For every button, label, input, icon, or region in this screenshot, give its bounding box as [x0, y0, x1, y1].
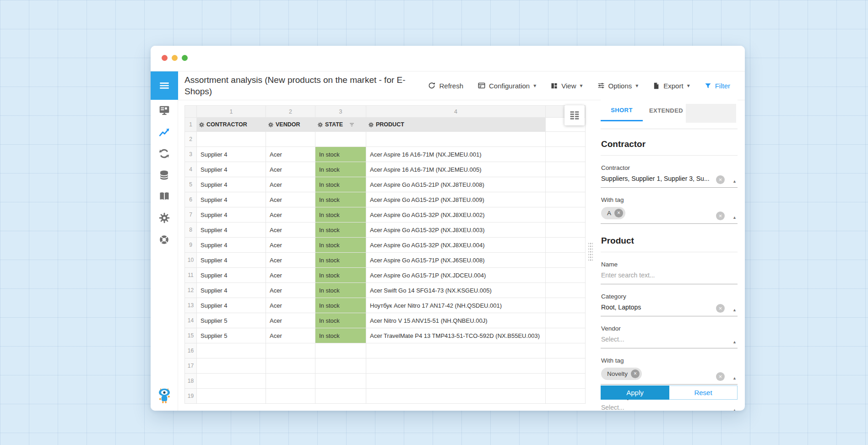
cell-extra[interactable]: [546, 374, 586, 389]
cell-vendor[interactable]: Acer: [266, 253, 315, 268]
column-number[interactable]: 3: [315, 106, 366, 118]
chevron-up-icon[interactable]: ▲: [732, 215, 737, 220]
cell-state[interactable]: In stock: [315, 298, 366, 313]
cell-extra[interactable]: [546, 343, 586, 358]
refresh-button[interactable]: Refresh: [427, 80, 464, 92]
cell-contractor[interactable]: [197, 343, 266, 358]
table-settings-button[interactable]: [564, 105, 585, 125]
row-number[interactable]: 2: [185, 132, 197, 147]
cell-state[interactable]: In stock: [315, 253, 366, 268]
row-number[interactable]: 14: [185, 313, 197, 328]
cell-product[interactable]: Acer Aspire Go AG15-21P (NX.J8TEU.009): [366, 192, 546, 207]
row-number[interactable]: 17: [185, 358, 197, 374]
zoom-window-button[interactable]: [182, 55, 188, 61]
cell-product[interactable]: Acer Aspire Go AG15-32P (NX.J8XEU.002): [366, 207, 546, 222]
row-number[interactable]: 11: [185, 268, 197, 283]
cell-vendor[interactable]: Acer: [266, 147, 315, 162]
cell-product[interactable]: Acer Aspire 16 A16-71M (NX.JEMEU.001): [366, 147, 546, 162]
cell-product[interactable]: Acer Aspire Go AG15-71P (NX.J6SEU.008): [366, 253, 546, 268]
column-gear-icon[interactable]: [268, 122, 274, 128]
product-with-tag-select[interactable]: Novelty × × ▲: [601, 366, 738, 385]
cell-extra[interactable]: [546, 162, 586, 177]
cell-contractor[interactable]: Supplier 5: [197, 313, 266, 328]
cell-vendor[interactable]: Acer: [266, 313, 315, 328]
cell-vendor[interactable]: Acer: [266, 222, 315, 238]
cell-contractor[interactable]: [197, 374, 266, 389]
cell-state[interactable]: In stock: [315, 268, 366, 283]
cell-vendor[interactable]: Acer: [266, 192, 315, 207]
category-select[interactable]: Root, Laptops × ▲: [601, 302, 738, 316]
row-number[interactable]: 4: [185, 162, 197, 177]
cell-state[interactable]: In stock: [315, 207, 366, 222]
column-number[interactable]: 4: [366, 106, 546, 118]
column-gear-icon[interactable]: [368, 122, 374, 128]
sidebar-item-data-sync[interactable]: [158, 147, 170, 159]
cell-vendor[interactable]: [266, 389, 315, 404]
cell-contractor[interactable]: Supplier 4: [197, 268, 266, 283]
row-number[interactable]: 8: [185, 222, 197, 238]
cell-contractor[interactable]: Supplier 4: [197, 253, 266, 268]
cell-state[interactable]: In stock: [315, 147, 366, 162]
reset-button[interactable]: Reset: [669, 385, 738, 400]
contractor-select[interactable]: Suppliers, Supplier 1, Supplier 3, Su...…: [601, 174, 738, 188]
row-number[interactable]: 3: [185, 147, 197, 162]
header-cell-contractor[interactable]: CONTRACTOR: [197, 118, 266, 132]
cell-product[interactable]: Acer Aspire Go AG15-32P (NX.J8XEU.004): [366, 238, 546, 253]
header-cell-vendor[interactable]: VENDOR: [266, 118, 315, 132]
cell-extra[interactable]: [546, 177, 586, 192]
tag-chip[interactable]: A ×: [601, 207, 625, 219]
cell-extra[interactable]: [546, 253, 586, 268]
panel-resize-handle[interactable]: [588, 243, 593, 261]
cell-contractor[interactable]: Supplier 5: [197, 328, 266, 343]
column-number[interactable]: 2: [266, 106, 315, 118]
cell-extra[interactable]: [546, 358, 586, 374]
options-button[interactable]: Options ▾: [596, 80, 640, 92]
cell-state[interactable]: In stock: [315, 177, 366, 192]
cell-product[interactable]: [366, 389, 546, 404]
vendor-select[interactable]: Select... ▲: [601, 334, 738, 348]
cell-vendor[interactable]: Acer: [266, 328, 315, 343]
cell-contractor[interactable]: [197, 132, 266, 147]
sidebar-item-dashboard[interactable]: [158, 104, 170, 116]
row-number[interactable]: 1: [185, 118, 197, 132]
sidebar-item-support[interactable]: [158, 233, 170, 245]
chevron-up-icon[interactable]: ▲: [732, 376, 737, 380]
chevron-up-icon[interactable]: ▲: [732, 308, 737, 312]
cell-extra[interactable]: [546, 313, 586, 328]
hamburger-menu-button[interactable]: [151, 71, 178, 100]
cell-state[interactable]: In stock: [315, 238, 366, 253]
cell-product[interactable]: [366, 132, 546, 147]
sidebar-item-database[interactable]: [158, 169, 170, 181]
column-filter-icon[interactable]: [348, 121, 355, 128]
tag-chip[interactable]: Novelty ×: [601, 368, 642, 380]
chevron-up-icon[interactable]: ▲: [732, 179, 737, 184]
cell-contractor[interactable]: [197, 389, 266, 404]
header-cell-state[interactable]: STATE: [315, 118, 366, 132]
row-number[interactable]: 16: [185, 343, 197, 358]
cell-state[interactable]: In stock: [315, 162, 366, 177]
cell-contractor[interactable]: Supplier 4: [197, 222, 266, 238]
column-gear-icon[interactable]: [317, 122, 323, 128]
availability-select[interactable]: Select... ▲: [601, 402, 738, 411]
cell-extra[interactable]: [546, 207, 586, 222]
cell-product[interactable]: [366, 343, 546, 358]
cell-contractor[interactable]: Supplier 4: [197, 238, 266, 253]
cell-product[interactable]: Acer TravelMate P4 13 TMP413-51-TCO-592D…: [366, 328, 546, 343]
cell-vendor[interactable]: Acer: [266, 177, 315, 192]
cell-state[interactable]: [315, 358, 366, 374]
cell-product[interactable]: [366, 374, 546, 389]
cell-extra[interactable]: [546, 268, 586, 283]
cell-state[interactable]: In stock: [315, 222, 366, 238]
apply-button[interactable]: Apply: [601, 385, 669, 400]
cell-product[interactable]: Acer Aspire Go AG15-21P (NX.J8TEU.008): [366, 177, 546, 192]
row-number[interactable]: 13: [185, 298, 197, 313]
configuration-button[interactable]: Configuration ▾: [477, 80, 537, 92]
cell-vendor[interactable]: Acer: [266, 268, 315, 283]
cell-contractor[interactable]: Supplier 4: [197, 207, 266, 222]
cell-vendor[interactable]: Acer: [266, 298, 315, 313]
header-cell-product[interactable]: PRODUCT: [366, 118, 546, 132]
row-number[interactable]: 6: [185, 192, 197, 207]
cell-product[interactable]: Ноутбук Acer Nitro 17 AN17-42 (NH.QSDEU.…: [366, 298, 546, 313]
cell-state[interactable]: [315, 343, 366, 358]
cell-extra[interactable]: [546, 389, 586, 404]
